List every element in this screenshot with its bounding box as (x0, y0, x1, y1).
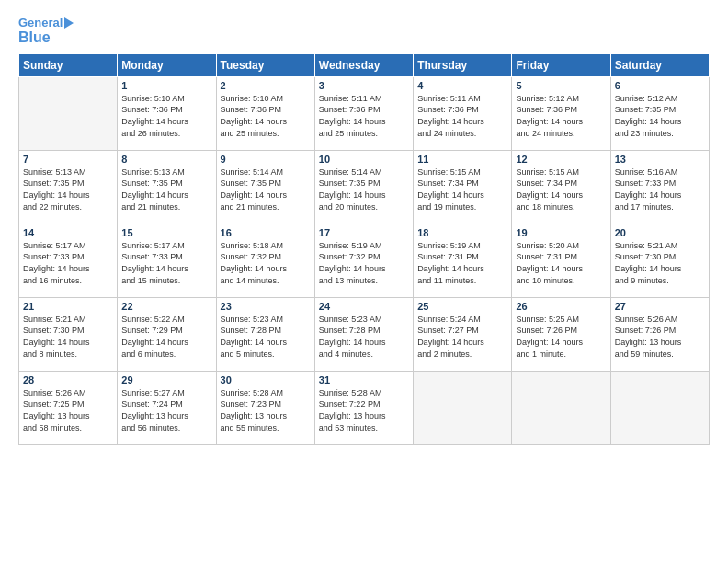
calendar-cell: 28Sunrise: 5:26 AM Sunset: 7:25 PM Dayli… (19, 371, 118, 444)
day-number: 3 (319, 80, 409, 91)
day-info: Sunrise: 5:11 AM Sunset: 7:36 PM Dayligh… (319, 93, 409, 139)
calendar-cell: 23Sunrise: 5:23 AM Sunset: 7:28 PM Dayli… (216, 297, 314, 371)
day-number: 30 (221, 374, 311, 385)
day-number: 26 (516, 301, 606, 312)
weekday-header-sunday: Sunday (19, 53, 118, 76)
day-number: 25 (417, 301, 507, 312)
day-number: 4 (417, 80, 507, 91)
header: General Blue (18, 17, 710, 46)
day-number: 6 (615, 80, 705, 91)
weekday-header-tuesday: Tuesday (216, 53, 314, 76)
calendar-cell: 21Sunrise: 5:21 AM Sunset: 7:30 PM Dayli… (19, 297, 118, 371)
day-number: 22 (121, 301, 211, 312)
calendar-cell: 18Sunrise: 5:19 AM Sunset: 7:31 PM Dayli… (414, 224, 512, 297)
calendar-cell: 12Sunrise: 5:15 AM Sunset: 7:34 PM Dayli… (512, 150, 610, 224)
day-number: 18 (417, 227, 507, 238)
day-info: Sunrise: 5:27 AM Sunset: 7:24 PM Dayligh… (121, 387, 211, 433)
calendar-cell: 25Sunrise: 5:24 AM Sunset: 7:27 PM Dayli… (414, 297, 512, 371)
calendar-cell: 8Sunrise: 5:13 AM Sunset: 7:35 PM Daylig… (118, 150, 216, 224)
day-info: Sunrise: 5:12 AM Sunset: 7:35 PM Dayligh… (615, 93, 705, 139)
day-number: 23 (221, 301, 311, 312)
day-number: 13 (615, 154, 705, 165)
day-info: Sunrise: 5:18 AM Sunset: 7:32 PM Dayligh… (221, 240, 311, 286)
day-number: 15 (121, 227, 211, 238)
day-number: 1 (121, 80, 211, 91)
day-number: 31 (319, 374, 409, 385)
calendar-cell: 2Sunrise: 5:10 AM Sunset: 7:36 PM Daylig… (216, 76, 314, 150)
calendar-cell: 27Sunrise: 5:26 AM Sunset: 7:26 PM Dayli… (610, 297, 709, 371)
weekday-header-monday: Monday (118, 53, 216, 76)
day-number: 17 (319, 227, 409, 238)
day-info: Sunrise: 5:23 AM Sunset: 7:28 PM Dayligh… (221, 314, 311, 360)
weekday-header-wednesday: Wednesday (314, 53, 413, 76)
calendar-cell: 15Sunrise: 5:17 AM Sunset: 7:33 PM Dayli… (118, 224, 216, 297)
day-info: Sunrise: 5:10 AM Sunset: 7:36 PM Dayligh… (121, 93, 211, 139)
day-number: 21 (23, 301, 113, 312)
day-info: Sunrise: 5:19 AM Sunset: 7:31 PM Dayligh… (417, 240, 507, 286)
weekday-header-friday: Friday (512, 53, 610, 76)
logo-blue: Blue (18, 29, 51, 46)
day-info: Sunrise: 5:21 AM Sunset: 7:30 PM Dayligh… (615, 240, 705, 286)
calendar-cell: 22Sunrise: 5:22 AM Sunset: 7:29 PM Dayli… (118, 297, 216, 371)
day-number: 14 (23, 227, 113, 238)
week-row-2: 7Sunrise: 5:13 AM Sunset: 7:35 PM Daylig… (19, 150, 710, 224)
logo-general: General (18, 16, 63, 29)
day-number: 20 (615, 227, 705, 238)
day-info: Sunrise: 5:14 AM Sunset: 7:35 PM Dayligh… (221, 167, 311, 213)
day-info: Sunrise: 5:11 AM Sunset: 7:36 PM Dayligh… (417, 93, 507, 139)
calendar-cell: 1Sunrise: 5:10 AM Sunset: 7:36 PM Daylig… (118, 76, 216, 150)
day-info: Sunrise: 5:12 AM Sunset: 7:36 PM Dayligh… (516, 93, 606, 139)
day-info: Sunrise: 5:10 AM Sunset: 7:36 PM Dayligh… (221, 93, 311, 139)
calendar-cell: 16Sunrise: 5:18 AM Sunset: 7:32 PM Dayli… (216, 224, 314, 297)
day-number: 28 (23, 374, 113, 385)
calendar-cell (610, 371, 709, 444)
calendar-cell: 31Sunrise: 5:28 AM Sunset: 7:22 PM Dayli… (314, 371, 413, 444)
calendar-cell: 5Sunrise: 5:12 AM Sunset: 7:36 PM Daylig… (512, 76, 610, 150)
day-number: 8 (121, 154, 211, 165)
day-info: Sunrise: 5:15 AM Sunset: 7:34 PM Dayligh… (417, 167, 507, 213)
day-number: 7 (23, 154, 113, 165)
calendar-table: SundayMondayTuesdayWednesdayThursdayFrid… (18, 53, 710, 445)
day-info: Sunrise: 5:19 AM Sunset: 7:32 PM Dayligh… (319, 240, 409, 286)
day-number: 12 (516, 154, 606, 165)
day-info: Sunrise: 5:13 AM Sunset: 7:35 PM Dayligh… (121, 167, 211, 213)
calendar-cell: 9Sunrise: 5:14 AM Sunset: 7:35 PM Daylig… (216, 150, 314, 224)
day-number: 27 (615, 301, 705, 312)
week-row-4: 21Sunrise: 5:21 AM Sunset: 7:30 PM Dayli… (19, 297, 710, 371)
day-info: Sunrise: 5:28 AM Sunset: 7:23 PM Dayligh… (221, 387, 311, 433)
day-info: Sunrise: 5:17 AM Sunset: 7:33 PM Dayligh… (23, 240, 113, 286)
calendar-cell: 3Sunrise: 5:11 AM Sunset: 7:36 PM Daylig… (314, 76, 413, 150)
day-number: 10 (319, 154, 409, 165)
calendar-cell: 10Sunrise: 5:14 AM Sunset: 7:35 PM Dayli… (314, 150, 413, 224)
calendar-cell: 6Sunrise: 5:12 AM Sunset: 7:35 PM Daylig… (610, 76, 709, 150)
day-info: Sunrise: 5:16 AM Sunset: 7:33 PM Dayligh… (615, 167, 705, 213)
day-info: Sunrise: 5:22 AM Sunset: 7:29 PM Dayligh… (121, 314, 211, 360)
weekday-header-row: SundayMondayTuesdayWednesdayThursdayFrid… (19, 53, 710, 76)
calendar-cell: 30Sunrise: 5:28 AM Sunset: 7:23 PM Dayli… (216, 371, 314, 444)
logo-text: General (18, 17, 63, 29)
day-info: Sunrise: 5:15 AM Sunset: 7:34 PM Dayligh… (516, 167, 606, 213)
day-info: Sunrise: 5:20 AM Sunset: 7:31 PM Dayligh… (516, 240, 606, 286)
calendar-cell: 29Sunrise: 5:27 AM Sunset: 7:24 PM Dayli… (118, 371, 216, 444)
calendar-cell: 17Sunrise: 5:19 AM Sunset: 7:32 PM Dayli… (314, 224, 413, 297)
day-number: 9 (221, 154, 311, 165)
calendar-cell: 20Sunrise: 5:21 AM Sunset: 7:30 PM Dayli… (610, 224, 709, 297)
calendar-cell: 26Sunrise: 5:25 AM Sunset: 7:26 PM Dayli… (512, 297, 610, 371)
day-info: Sunrise: 5:17 AM Sunset: 7:33 PM Dayligh… (121, 240, 211, 286)
day-info: Sunrise: 5:23 AM Sunset: 7:28 PM Dayligh… (319, 314, 409, 360)
day-number: 19 (516, 227, 606, 238)
weekday-header-thursday: Thursday (414, 53, 512, 76)
day-info: Sunrise: 5:13 AM Sunset: 7:35 PM Dayligh… (23, 167, 113, 213)
day-number: 11 (417, 154, 507, 165)
day-info: Sunrise: 5:26 AM Sunset: 7:26 PM Dayligh… (615, 314, 705, 360)
week-row-1: 1Sunrise: 5:10 AM Sunset: 7:36 PM Daylig… (19, 76, 710, 150)
calendar-cell: 7Sunrise: 5:13 AM Sunset: 7:35 PM Daylig… (19, 150, 118, 224)
calendar-cell (19, 76, 118, 150)
weekday-header-saturday: Saturday (610, 53, 709, 76)
day-number: 24 (319, 301, 409, 312)
day-number: 2 (221, 80, 311, 91)
calendar-cell: 11Sunrise: 5:15 AM Sunset: 7:34 PM Dayli… (414, 150, 512, 224)
day-number: 29 (121, 374, 211, 385)
calendar-page: General Blue SundayMondayTuesdayWednesda… (0, 0, 728, 563)
week-row-3: 14Sunrise: 5:17 AM Sunset: 7:33 PM Dayli… (19, 224, 710, 297)
